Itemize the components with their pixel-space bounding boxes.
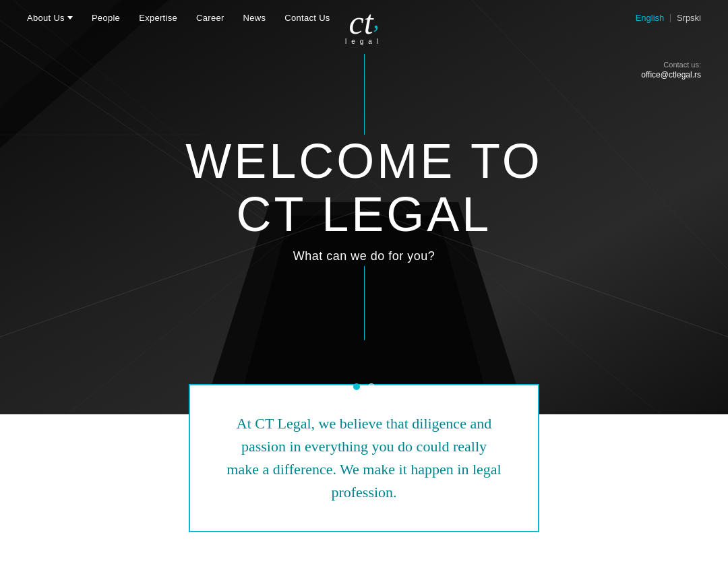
nav-news[interactable]: News xyxy=(243,13,266,23)
hero-subtitle: What can we do for you? xyxy=(0,249,728,263)
dot-2[interactable] xyxy=(368,383,375,390)
lang-srpski[interactable]: Srpski xyxy=(677,13,701,23)
nav-about-label: About Us xyxy=(27,13,65,23)
logo-sub-text: legal xyxy=(345,38,383,45)
slider-dots xyxy=(353,383,375,390)
hero-title-line1: WELCOME TO xyxy=(0,135,728,188)
hero-title-line2: CT LEGAL xyxy=(0,188,728,241)
nav-people[interactable]: People xyxy=(92,13,120,23)
quote-box: At CT Legal, we believe that diligence a… xyxy=(189,384,539,532)
language-switcher: English | Srpski xyxy=(636,12,701,23)
quote-text: At CT Legal, we believe that diligence a… xyxy=(224,412,504,504)
logo-comma: , xyxy=(373,8,380,32)
bottom-section: At CT Legal, we believe that diligence a… xyxy=(0,414,728,576)
nav-career[interactable]: Career xyxy=(196,13,224,23)
contact-info: Contact us: office@ctlegal.rs xyxy=(641,61,701,79)
hero-content: WELCOME TO CT LEGAL What can we do for y… xyxy=(0,135,728,263)
contact-email[interactable]: office@ctlegal.rs xyxy=(641,70,701,79)
nav-expertise[interactable]: Expertise xyxy=(139,13,177,23)
logo[interactable]: ct , legal xyxy=(345,5,383,45)
nav-left: About Us People Expertise Career News Co… xyxy=(27,13,636,23)
chevron-down-icon xyxy=(67,16,73,20)
vertical-line-bottom xyxy=(364,266,365,340)
logo-letters: ct xyxy=(348,5,373,39)
vertical-line-top xyxy=(364,54,365,135)
hero-title: WELCOME TO CT LEGAL xyxy=(0,135,728,241)
nav-about[interactable]: About Us xyxy=(27,13,73,23)
nav-contact[interactable]: Contact Us xyxy=(284,13,330,23)
hero-section: About Us People Expertise Career News Co… xyxy=(0,0,728,414)
lang-separator: | xyxy=(669,12,671,23)
lang-english[interactable]: English xyxy=(636,13,665,23)
contact-label: Contact us: xyxy=(641,61,701,69)
dot-1[interactable] xyxy=(353,383,360,390)
